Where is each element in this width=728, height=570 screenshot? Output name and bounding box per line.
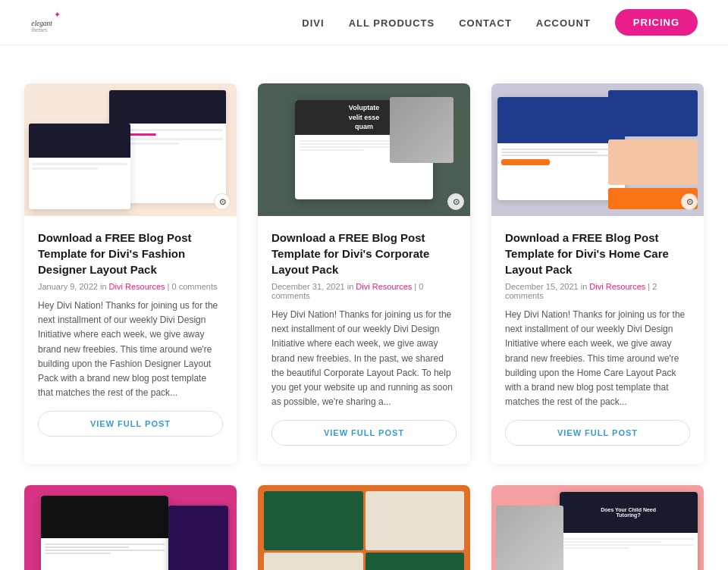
card-excerpt: Hey Divi Nation! Thanks for joining us f… (271, 308, 457, 409)
main-content: ⊙ Download a FREE Blog Post Template for… (0, 45, 728, 570)
card-image-5: NGO Ⓓ (258, 485, 470, 570)
card-title: Download a FREE Blog Post Template for D… (271, 230, 457, 277)
divi-icon: ⊙ (681, 193, 698, 210)
divi-icon: ⊙ (214, 193, 231, 210)
divi-icon: ⊙ (447, 193, 464, 210)
nav-links: DIVI ALL PRODUCTS CONTACT ACCOUNT PRICIN… (302, 9, 698, 36)
nav-contact[interactable]: CONTACT (459, 17, 512, 29)
card-image-2: Voluptatevelit essequam (258, 83, 470, 216)
card-meta: January 9, 2022 in Divi Resources | 0 co… (38, 282, 223, 291)
card-body: Download a FREE Blog Post Template for D… (24, 216, 237, 455)
pricing-button[interactable]: PRICING (615, 9, 698, 36)
card-title: Download a FREE Blog Post Template for D… (505, 230, 690, 277)
post-card: ⊙ Download a FREE Blog Post Template for… (491, 83, 704, 464)
card-image-6: Does Your Child NeedTutoring? (491, 485, 704, 570)
post-card: ⊙ Download a FREE Blog Post Template for… (24, 83, 237, 464)
card-image-4: Ⓓ (24, 485, 237, 570)
card-image-1: ⊙ (24, 83, 237, 216)
post-card: Ⓓ Download a FREE Blog Post Template for… (24, 485, 237, 570)
post-card: Voluptatevelit essequam (258, 83, 470, 464)
nav-all-products[interactable]: ALL PRODUCTS (349, 17, 435, 29)
card-body: Download a FREE Blog Post Template for D… (491, 216, 704, 464)
card-excerpt: Hey Divi Nation! Thanks for joining us f… (505, 308, 690, 409)
post-card: Does Your Child NeedTutoring? (491, 485, 704, 570)
card-body: Download a FREE Blog Post Template for D… (258, 216, 470, 464)
nav-divi[interactable]: DIVI (302, 17, 324, 29)
view-full-post-button[interactable]: VIEW FULL POST (271, 420, 457, 446)
post-grid: ⊙ Download a FREE Blog Post Template for… (24, 83, 704, 570)
nav-account[interactable]: ACCOUNT (536, 17, 591, 29)
card-meta: December 31, 2021 in Divi Resources | 0 … (271, 282, 457, 300)
navigation: elegant themes ✦ DIVI ALL PRODUCTS CONTA… (0, 0, 728, 45)
logo[interactable]: elegant themes ✦ (30, 8, 61, 38)
card-meta: December 15, 2021 in Divi Resources | 2 … (505, 282, 690, 300)
post-card: NGO Ⓓ Download a FREE Blog Post Template… (258, 485, 470, 570)
svg-text:✦: ✦ (54, 11, 61, 19)
view-full-post-button[interactable]: VIEW FULL POST (38, 411, 223, 437)
card-image-3: ⊙ (491, 83, 704, 216)
view-full-post-button[interactable]: VIEW FULL POST (505, 420, 690, 446)
svg-text:themes: themes (31, 26, 47, 33)
card-excerpt: Hey Divi Nation! Thanks for joining us f… (38, 299, 223, 400)
card-title: Download a FREE Blog Post Template for D… (38, 230, 223, 277)
